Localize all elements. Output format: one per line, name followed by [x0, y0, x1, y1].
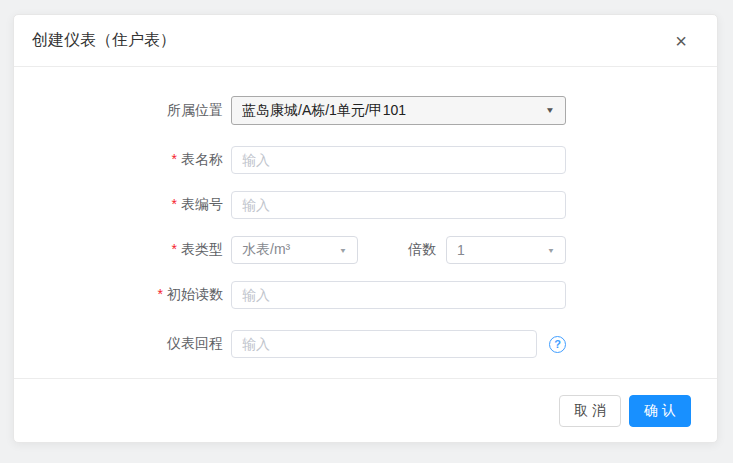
- page-background: 创建仪表（住户表） × 所属位置 蓝岛康城/A栋/1单元/甲101 ▼ *表名称: [0, 0, 733, 463]
- form-row-meter-name: *表名称: [14, 146, 717, 174]
- meter-type-label: 表类型: [181, 241, 223, 257]
- form-row-initial-reading: *初始读数: [14, 281, 717, 309]
- modal-body: 所属位置 蓝岛康城/A栋/1单元/甲101 ▼ *表名称 *: [14, 67, 717, 358]
- chevron-down-icon: ▼: [547, 246, 555, 254]
- meter-name-input[interactable]: [231, 146, 566, 174]
- form-row-meter-type: *表类型 水表/m³ ▼ 倍数 1 ▼: [14, 236, 717, 264]
- location-select[interactable]: 蓝岛康城/A栋/1单元/甲101 ▼: [231, 96, 566, 125]
- multiplier-select[interactable]: 1 ▼: [446, 236, 566, 264]
- meter-type-select-value: 水表/m³: [242, 241, 339, 259]
- meter-type-select[interactable]: 水表/m³ ▼: [231, 236, 358, 264]
- form-row-meter-rollover: 仪表回程 ?: [14, 330, 717, 358]
- meter-number-label: 表编号: [181, 196, 223, 212]
- chevron-down-icon: ▼: [545, 106, 555, 115]
- location-select-value: 蓝岛康城/A栋/1单元/甲101: [242, 102, 545, 120]
- close-icon: ×: [675, 31, 687, 51]
- multiplier-select-value: 1: [457, 242, 547, 258]
- help-icon[interactable]: ?: [549, 336, 566, 353]
- required-asterisk: *: [172, 196, 177, 212]
- location-label: 所属位置: [14, 102, 223, 120]
- initial-reading-input[interactable]: [231, 281, 566, 309]
- required-asterisk: *: [172, 241, 177, 257]
- create-meter-modal: 创建仪表（住户表） × 所属位置 蓝岛康城/A栋/1单元/甲101 ▼ *表名称: [13, 14, 718, 443]
- meter-rollover-input[interactable]: [231, 330, 537, 358]
- multiplier-label: 倍数: [408, 241, 436, 259]
- initial-reading-label: 初始读数: [167, 286, 223, 302]
- modal-footer: 取 消 确 认: [14, 378, 717, 442]
- meter-number-input[interactable]: [231, 191, 566, 219]
- modal-header: 创建仪表（住户表） ×: [14, 15, 717, 67]
- confirm-button[interactable]: 确 认: [629, 395, 691, 427]
- modal-title: 创建仪表（住户表）: [32, 30, 669, 51]
- meter-rollover-label: 仪表回程: [14, 335, 223, 353]
- question-mark-glyph: ?: [554, 338, 561, 350]
- cancel-button[interactable]: 取 消: [559, 395, 621, 427]
- required-asterisk: *: [158, 286, 163, 302]
- meter-name-label: 表名称: [181, 151, 223, 167]
- close-button[interactable]: ×: [669, 29, 693, 53]
- chevron-down-icon: ▼: [339, 246, 347, 254]
- form-row-meter-number: *表编号: [14, 191, 717, 219]
- required-asterisk: *: [172, 151, 177, 167]
- form-row-location: 所属位置 蓝岛康城/A栋/1单元/甲101 ▼: [14, 96, 717, 125]
